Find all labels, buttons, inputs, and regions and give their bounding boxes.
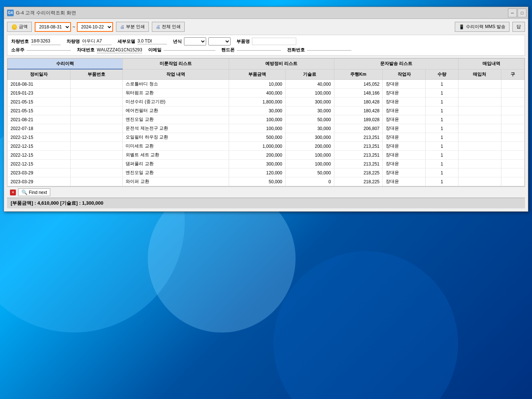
table-row[interactable]: 2022-07-18 운전석 제논전구 교환 100,000 30,000 20… <box>8 124 525 133</box>
app-icon: G4 <box>7 10 14 16</box>
cell-worker: 장대윤 <box>383 133 426 142</box>
cell-date: 2018-08-31 <box>8 80 71 89</box>
tab-sms[interactable]: 문자발송 리스트 <box>334 59 458 69</box>
find-next-button[interactable]: 🔍 Find next <box>18 188 50 196</box>
cell-note <box>501 168 524 177</box>
toolbar: 🪙 금액 2018-08-31 ~ 2024-10-22 🖨 부분 인쇄 🖨 전… <box>7 22 525 32</box>
table-row[interactable]: 2019-01-23 워터펌프 교환 400,000 100,000 148,1… <box>8 89 525 98</box>
cell-date: 2022-12-15 <box>8 133 71 142</box>
table-body: 2018-08-31 스로틀바디 청소 10,000 40,000 145,05… <box>8 80 525 186</box>
tab-pending[interactable]: 미룬작업 리스트 <box>123 59 229 69</box>
tab-purchase[interactable]: 매입내역 <box>458 59 525 69</box>
data-container: 수리이력 미룬작업 리스트 예방정비 리스트 문자발송 리스트 매입내역 정비일… <box>7 58 525 187</box>
cell-parts-amt: 100,000 <box>229 124 285 133</box>
cell-qty: 1 <box>425 151 458 160</box>
answer-button[interactable]: 답 <box>512 22 525 32</box>
cell-mileage: 213,251 <box>334 142 383 151</box>
cell-note <box>501 115 524 124</box>
partial-print-button[interactable]: 🖨 부분 인쇄 <box>116 22 149 32</box>
date-from-select[interactable]: 2018-08-31 <box>35 22 71 32</box>
parts-input[interactable] <box>252 38 296 45</box>
chassis-value: WAUZZZ4G1CN15293 <box>97 47 142 53</box>
cell-parts-amt: 100,000 <box>229 115 285 124</box>
table-row[interactable]: 2022-12-15 오일필터 하우징 교환 500,000 300,000 2… <box>8 133 525 142</box>
cell-mileage: 189,028 <box>334 115 383 124</box>
cell-parts-amt: 10,000 <box>229 80 285 89</box>
table-row[interactable]: 2021-05-15 에어컨필터 교환 30,000 30,000 180,42… <box>8 106 525 115</box>
cell-mileage: 213,251 <box>334 133 383 142</box>
year-field: 년식 <box>173 37 231 45</box>
cell-mileage: 213,251 <box>334 160 383 168</box>
date-range: 2018-08-31 ~ 2024-10-22 <box>35 22 113 32</box>
table-row[interactable]: 2021-05-15 미션수리 (중고기판) 1,800,000 300,000… <box>8 98 525 106</box>
chassis-label: 차대번호 <box>77 47 95 53</box>
cell-note <box>501 142 524 151</box>
cell-mileage: 218,225 <box>334 168 383 177</box>
owner-label: 소유주 <box>11 47 24 53</box>
cell-supplier <box>458 80 501 89</box>
cell-qty: 1 <box>425 168 458 177</box>
cell-partno <box>70 124 123 133</box>
cell-work: 엔진오일 교환 <box>123 115 229 124</box>
vehicle-info-row1: 차량번호 18주3263 차량명 아우디 A7 세부모델 3.0 TDI 년식 <box>11 37 521 45</box>
tab-repair[interactable]: 수리이력 <box>8 59 123 69</box>
main-window: G4 G-4 고객 수리이력조회 화면 ─ □ 🪙 금액 2018-08-31 … <box>4 7 528 212</box>
table-row[interactable]: 2021-08-21 엔진오일 교환 100,000 50,000 189,02… <box>8 115 525 124</box>
cell-supplier <box>458 151 501 160</box>
cell-qty: 1 <box>425 160 458 168</box>
cell-mileage: 218,225 <box>334 177 383 186</box>
cell-mileage: 213,251 <box>334 151 383 160</box>
cell-partno <box>70 89 123 98</box>
find-close-button[interactable]: ✕ <box>10 190 16 195</box>
cell-qty: 1 <box>425 106 458 115</box>
tab-preventive[interactable]: 예방정비 리스트 <box>229 59 334 69</box>
date-to-select[interactable]: 2024-10-22 <box>77 22 113 32</box>
cell-date: 2021-05-15 <box>8 106 71 115</box>
cell-work: 와이퍼 교환 <box>123 177 229 186</box>
printer-icon: 🖨 <box>120 24 125 30</box>
owner-field: 소유주 <box>11 47 71 53</box>
table-row[interactable]: 2023-03-29 와이퍼 교환 50,000 0 218,225 장대윤 1 <box>8 177 525 186</box>
cell-parts-amt: 200,000 <box>229 151 285 160</box>
cell-note <box>501 106 524 115</box>
col-work: 작업 내역 <box>123 69 229 80</box>
cell-partno <box>70 106 123 115</box>
cell-date: 2021-05-15 <box>8 98 71 106</box>
status-bar: [부품금액] : 4,610,000 [기술료] : 1,300,000 <box>7 198 525 208</box>
parts-amount-number: 4,610,000 <box>37 200 59 206</box>
cell-tech-fee: 30,000 <box>285 106 334 115</box>
plate-label: 차량번호 <box>11 38 29 45</box>
cell-note <box>501 98 524 106</box>
cell-parts-amt: 30,000 <box>229 106 285 115</box>
year-select[interactable] <box>184 37 206 45</box>
minimize-button[interactable]: ─ <box>508 8 517 17</box>
tech-fee-number: 1,300,000 <box>82 200 103 206</box>
table-row[interactable]: 2023-03-29 엔진오일 교환 120,000 50,000 218,22… <box>8 168 525 177</box>
phone-value <box>237 50 281 51</box>
cell-mileage: 206,807 <box>334 124 383 133</box>
cell-parts-amt: 400,000 <box>229 89 285 98</box>
amount-button[interactable]: 🪙 금액 <box>7 22 32 32</box>
cell-worker: 장대윤 <box>383 177 426 186</box>
table-row[interactable]: 2022-12-15 외벨트 세트 교환 200,000 100,000 213… <box>8 151 525 160</box>
cell-worker: 장대윤 <box>383 151 426 160</box>
year-label: 년식 <box>173 38 182 45</box>
col-note: 구 <box>501 69 524 80</box>
table-row[interactable]: 2022-12-15 미미세트 교환 1,000,000 200,000 213… <box>8 142 525 151</box>
mms-button[interactable]: 📱 수리이력 MMS 발송 <box>455 22 509 32</box>
table-row[interactable]: 2018-08-31 스로틀바디 청소 10,000 40,000 145,05… <box>8 80 525 89</box>
maximize-button[interactable]: □ <box>518 8 526 17</box>
cell-qty: 1 <box>425 80 458 89</box>
col-supplier: 매입처 <box>458 69 501 80</box>
cell-parts-amt: 50,000 <box>229 177 285 186</box>
vehicle-info: 차량번호 18주3263 차량명 아우디 A7 세부모델 3.0 TDI 년식 <box>7 35 525 56</box>
submodel-field: 세부모델 3.0 TDI <box>117 38 167 45</box>
cell-parts-amt: 1,000,000 <box>229 142 285 151</box>
window-title: G-4 고객 수리이력조회 화면 <box>16 10 76 16</box>
table-row[interactable]: 2022-12-15 댐퍼풀리 교환 300,000 100,000 213,2… <box>8 160 525 168</box>
full-print-button[interactable]: 🖨 전체 인쇄 <box>152 22 185 32</box>
year-select2[interactable] <box>208 37 231 45</box>
cell-supplier <box>458 124 501 133</box>
cell-work: 미미세트 교환 <box>123 142 229 151</box>
cell-supplier <box>458 142 501 151</box>
